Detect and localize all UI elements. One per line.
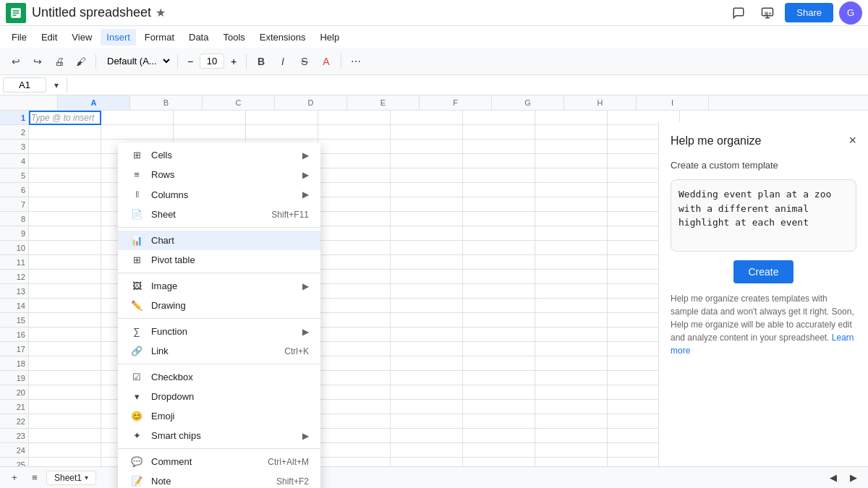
cell-r23-c7[interactable]	[535, 429, 608, 443]
cell-reference-input[interactable]	[3, 77, 46, 93]
row-num-7[interactable]: 7	[0, 197, 28, 212]
formula-input[interactable]	[70, 80, 865, 90]
template-textarea[interactable]	[671, 179, 856, 252]
insert-menu-chart[interactable]: 📊 Chart	[118, 231, 320, 250]
redo-button[interactable]: ↪	[27, 51, 48, 72]
menu-item-data[interactable]: Data	[183, 29, 214, 46]
share-button[interactable]: Share	[785, 3, 833, 22]
cell-r14-c5[interactable]	[391, 299, 463, 313]
menu-item-file[interactable]: File	[6, 29, 33, 46]
comments-button[interactable]	[727, 1, 750, 25]
cell-r24-c6[interactable]	[463, 443, 535, 458]
cell-r18-c4[interactable]	[318, 356, 391, 371]
cell-r25-c0[interactable]	[29, 458, 101, 466]
present-button[interactable]	[756, 1, 779, 25]
cell-r15-c7[interactable]	[535, 313, 608, 328]
cell-r9-c7[interactable]	[535, 226, 608, 241]
menu-item-tools[interactable]: Tools	[217, 29, 250, 46]
cell-r11-c6[interactable]	[463, 255, 535, 270]
cell-r16-c0[interactable]	[29, 328, 101, 342]
row-num-9[interactable]: 9	[0, 226, 28, 241]
cell-r18-c7[interactable]	[535, 356, 608, 371]
cell-r17-c4[interactable]	[318, 342, 391, 356]
cell-r22-c0[interactable]	[29, 414, 101, 429]
cell-r13-c5[interactable]	[391, 284, 463, 299]
add-sheet-button[interactable]: +	[6, 469, 23, 487]
cell-r10-c5[interactable]	[391, 241, 463, 255]
row-num-19[interactable]: 19	[0, 371, 28, 385]
undo-button[interactable]: ↩	[6, 51, 26, 72]
cell-r8-c4[interactable]	[318, 212, 391, 226]
row-num-2[interactable]: 2	[0, 125, 28, 140]
cell-r11-c7[interactable]	[535, 255, 608, 270]
cell-r8-c6[interactable]	[463, 212, 535, 226]
cell-r7-c4[interactable]	[318, 197, 391, 212]
cell-r21-c6[interactable]	[463, 400, 535, 414]
cell-r24-c4[interactable]	[318, 443, 391, 458]
bold-button[interactable]: B	[251, 51, 271, 72]
more-formats-button[interactable]: ⋯	[346, 51, 366, 72]
scroll-right-button[interactable]: ▶	[845, 469, 862, 487]
cell-r3-c0[interactable]	[29, 140, 101, 154]
cell-r22-c5[interactable]	[391, 414, 463, 429]
document-title[interactable]: Untitled spreadsheet	[32, 5, 151, 20]
cell-r13-c6[interactable]	[463, 284, 535, 299]
cell-r3-c6[interactable]	[463, 140, 535, 154]
row-num-25[interactable]: 25	[0, 458, 28, 466]
insert-menu-columns[interactable]: ⦀ Columns ▶	[118, 184, 320, 205]
cell-r7-c0[interactable]	[29, 197, 101, 212]
cell-r16-c4[interactable]	[318, 328, 391, 342]
insert-menu-pivot[interactable]: ⊞ Pivot table	[118, 250, 320, 270]
cell-r19-c0[interactable]	[29, 371, 101, 385]
cell-r8-c0[interactable]	[29, 212, 101, 226]
cell-r13-c7[interactable]	[535, 284, 608, 299]
cell-r12-c0[interactable]	[29, 270, 101, 284]
cell-g1[interactable]	[463, 111, 535, 125]
cell-r21-c7[interactable]	[535, 400, 608, 414]
cell-r20-c5[interactable]	[391, 385, 463, 400]
cell-r14-c4[interactable]	[318, 299, 391, 313]
cell-r25-c6[interactable]	[463, 458, 535, 466]
cell-r6-c7[interactable]	[535, 183, 608, 197]
cell-r17-c5[interactable]	[391, 342, 463, 356]
cell-r16-c7[interactable]	[535, 328, 608, 342]
menu-item-insert[interactable]: Insert	[101, 29, 136, 46]
row-num-10[interactable]: 10	[0, 241, 28, 255]
cell-r3-c4[interactable]	[318, 140, 391, 154]
cell-r19-c7[interactable]	[535, 371, 608, 385]
strikethrough-button[interactable]: S	[294, 51, 315, 72]
menu-item-view[interactable]: View	[66, 29, 98, 46]
col-header-e[interactable]: E	[347, 95, 420, 110]
menu-item-help[interactable]: Help	[314, 29, 345, 46]
cell-r11-c0[interactable]	[29, 255, 101, 270]
cell-r19-c5[interactable]	[391, 371, 463, 385]
cell-r9-c0[interactable]	[29, 226, 101, 241]
cell-r9-c4[interactable]	[318, 226, 391, 241]
cell-r18-c0[interactable]	[29, 356, 101, 371]
cell-r15-c6[interactable]	[463, 313, 535, 328]
col-header-d[interactable]: D	[275, 95, 347, 110]
cell-r25-c5[interactable]	[391, 458, 463, 466]
cell-r19-c4[interactable]	[318, 371, 391, 385]
cell-r3-c7[interactable]	[535, 140, 608, 154]
insert-menu-note[interactable]: 📝 Note Shift+F2	[118, 471, 320, 488]
cell-r2-c3[interactable]	[246, 125, 318, 140]
cell-r6-c6[interactable]	[463, 183, 535, 197]
cell-r16-c5[interactable]	[391, 328, 463, 342]
cell-r15-c5[interactable]	[391, 313, 463, 328]
font-increase-button[interactable]: +	[226, 53, 242, 69]
cell-r17-c0[interactable]	[29, 342, 101, 356]
cell-r10-c7[interactable]	[535, 241, 608, 255]
row-num-24[interactable]: 24	[0, 443, 28, 458]
row-num-20[interactable]: 20	[0, 385, 28, 400]
cell-r6-c4[interactable]	[318, 183, 391, 197]
insert-menu-checkbox[interactable]: ☑ Checkbox	[118, 367, 320, 387]
cell-r18-c5[interactable]	[391, 356, 463, 371]
cell-r18-c6[interactable]	[463, 356, 535, 371]
cell-r25-c7[interactable]	[535, 458, 608, 466]
col-header-i[interactable]: I	[637, 95, 709, 110]
cell-r6-c5[interactable]	[391, 183, 463, 197]
italic-button[interactable]: I	[273, 51, 293, 72]
cell-r21-c0[interactable]	[29, 400, 101, 414]
insert-menu-link[interactable]: 🔗 Link Ctrl+K	[118, 341, 320, 361]
